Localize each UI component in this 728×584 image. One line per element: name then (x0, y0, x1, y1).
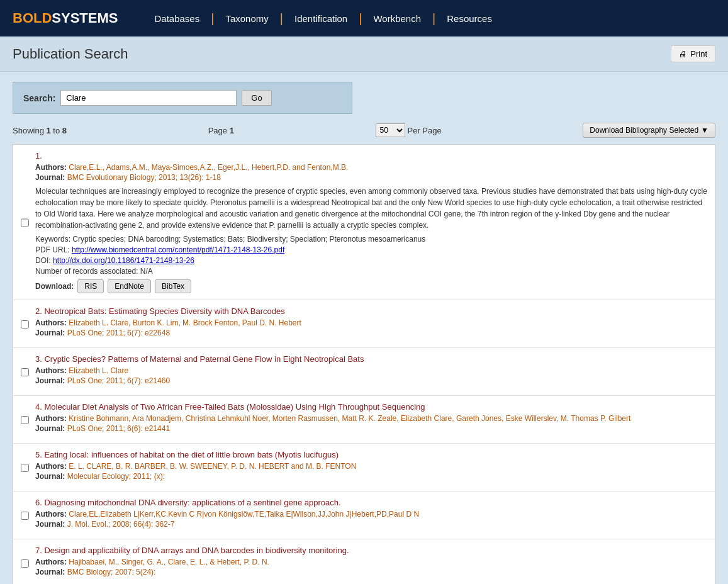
top-navigation: BOLDSYSTEMS Databases | Taxonomy | Ident… (0, 0, 728, 36)
endnote-button-1[interactable]: EndNote (108, 279, 151, 293)
journal-value-1: BMC Evolutionary Biology; 2013; 13(26): … (67, 173, 221, 182)
authors-label-4: Authors: (35, 414, 67, 423)
nav-identification[interactable]: Identification (283, 13, 359, 24)
result-title-1[interactable]: 1. (35, 151, 707, 160)
table-row: 3. Cryptic Species? Patterns of Maternal… (13, 348, 715, 396)
pdf-link-1[interactable]: http://www.biomedcentral.com/content/pdf… (72, 245, 284, 254)
result-body-7: 7. Design and applicability of DNA array… (35, 546, 707, 580)
print-button[interactable]: 🖨 Print (671, 45, 715, 62)
journal-value-4: PLoS One; 2011; 6(6): e21441 (67, 424, 170, 433)
table-row: 2. Neotropical Bats: Estimating Species … (13, 300, 715, 348)
pdf-label-1: PDF URL: (35, 245, 72, 254)
result-journal-4: Journal: PLoS One; 2011; 6(6): e21441 (35, 424, 707, 433)
result-checkbox-2[interactable] (21, 308, 29, 341)
result-checkbox-6[interactable] (21, 499, 29, 532)
result-body-3: 3. Cryptic Species? Patterns of Maternal… (35, 354, 707, 389)
logo[interactable]: BOLDSYSTEMS (13, 10, 118, 26)
logo-bold: BOLD (13, 10, 52, 26)
result-authors-5: Authors: E. L. CLARE, B. R. BARBER, B. W… (35, 462, 707, 471)
result-journal-2: Journal: PLoS One; 2011; 6(7): e22648 (35, 328, 707, 337)
result-pdf-1: PDF URL: http://www.biomedcentral.com/co… (35, 245, 707, 254)
authors-value-3: Elizabeth L. Clare (69, 366, 128, 375)
authors-value-5: E. L. CLARE, B. R. BARBER, B. W. SWEENEY… (69, 462, 356, 471)
authors-label-2: Authors: (35, 318, 67, 327)
table-row: 7. Design and applicability of DNA array… (13, 539, 715, 584)
result-journal-3: Journal: PLoS One; 2011; 6(7): e21460 (35, 376, 707, 385)
result-checkbox-4[interactable] (21, 403, 29, 437)
result-body-6: 6. Diagnosing mitochondrial DNA diversit… (35, 498, 707, 532)
doi-label-1: DOI: (35, 256, 53, 265)
result-title-3[interactable]: 3. Cryptic Species? Patterns of Maternal… (35, 354, 707, 364)
authors-value-7: Hajibabaei, M., Singer, G. A., Clare, E.… (69, 558, 269, 566)
result-checkbox-7[interactable] (21, 547, 29, 580)
nav-workbench[interactable]: Workbench (362, 13, 432, 24)
logo-systems: SYSTEMS (52, 10, 118, 26)
journal-label-1: Journal: (35, 173, 65, 182)
result-checkbox-3[interactable] (21, 356, 29, 389)
nav-links: Databases | Taxonomy | Identification | … (143, 12, 503, 25)
result-title-2[interactable]: 2. Neotropical Bats: Estimating Species … (35, 306, 707, 316)
download-label-1: Download: (35, 282, 74, 291)
main-content: Search: Go Showing 1 to 8 Page 1 50 25 1… (0, 72, 728, 584)
result-journal-6: Journal: J. Mol. Evol.; 2008; 66(4): 362… (35, 520, 707, 529)
result-body-2: 2. Neotropical Bats: Estimating Species … (35, 306, 707, 341)
result-title-7[interactable]: 7. Design and applicability of DNA array… (35, 546, 707, 555)
journal-label-4: Journal: (35, 424, 65, 433)
journal-label-2: Journal: (35, 328, 65, 337)
bibtex-button-1[interactable]: BibTex (155, 279, 191, 293)
page-title: Publication Search (13, 46, 128, 62)
journal-label-5: Journal: (35, 472, 65, 481)
table-row: 1. Authors: Clare,E.L., Adams,A.M., Maya… (13, 145, 715, 300)
doi-link-1[interactable]: http://dx.doi.org/10.1186/1471-2148-13-2… (53, 256, 194, 265)
table-row: 5. Eating local: influences of habitat o… (13, 444, 715, 491)
authors-label-7: Authors: (35, 558, 67, 566)
nav-taxonomy[interactable]: Taxonomy (214, 13, 279, 24)
per-page-select-top[interactable]: 50 25 100 (376, 123, 405, 137)
authors-value-2: Elizabeth L. Clare, Burton K. Lim, M. Br… (69, 318, 301, 327)
download-bibliography-label: Download Bibliography Selected (590, 126, 698, 135)
result-body-5: 5. Eating local: influences of habitat o… (35, 450, 707, 485)
search-go-button[interactable]: Go (242, 90, 271, 106)
print-icon: 🖨 (679, 49, 687, 59)
result-title-5[interactable]: 5. Eating local: influences of habitat o… (35, 450, 707, 459)
search-label: Search: (23, 93, 55, 103)
journal-label-3: Journal: (35, 376, 65, 385)
result-authors-2: Authors: Elizabeth L. Clare, Burton K. L… (35, 318, 707, 327)
authors-label-5: Authors: (35, 462, 67, 471)
download-bibliography-button[interactable]: Download Bibliography Selected ▼ (583, 123, 715, 138)
authors-label-6: Authors: (35, 510, 67, 519)
download-chevron-icon: ▼ (701, 126, 708, 135)
result-journal-5: Journal: Molecular Ecology; 2011; (x): (35, 472, 707, 481)
result-journal-7: Journal: BMC Biology; 2007; 5(24): (35, 568, 707, 576)
journal-value-3: PLoS One; 2011; 6(7): e21460 (67, 376, 170, 385)
per-page-label-top: Per Page (408, 126, 442, 135)
ris-button-1[interactable]: RIS (77, 279, 104, 293)
result-title-4[interactable]: 4. Molecular Diet Analysis of Two Africa… (35, 402, 707, 412)
page-info: Page 1 (208, 126, 234, 135)
result-body-1: 1. Authors: Clare,E.L., Adams,A.M., Maya… (35, 151, 707, 293)
records-val-1: N/A (140, 267, 153, 276)
journal-value-2: PLoS One; 2011; 6(7): e22648 (67, 328, 170, 337)
journal-label-6: Journal: (35, 520, 65, 529)
results-controls-top: Showing 1 to 8 Page 1 50 25 100 Per Page… (13, 123, 715, 138)
results-list: 1. Authors: Clare,E.L., Adams,A.M., Maya… (13, 144, 715, 584)
download-group-1: Download: RIS EndNote BibTex (35, 279, 707, 293)
search-box: Search: Go (13, 82, 352, 114)
nav-resources[interactable]: Resources (435, 13, 503, 24)
result-authors-6: Authors: Clare,EL,Elizabeth L|Kerr,KC,Ke… (35, 510, 707, 519)
table-row: 6. Diagnosing mitochondrial DNA diversit… (13, 491, 715, 539)
result-authors-1: Authors: Clare,E.L., Adams,A.M., Maya-Si… (35, 163, 707, 172)
authors-value-1: Clare,E.L., Adams,A.M., Maya-Simoes,A.Z.… (69, 163, 348, 172)
journal-value-6: J. Mol. Evol.; 2008; 66(4): 362-7 (67, 520, 175, 529)
result-authors-7: Authors: Hajibabaei, M., Singer, G. A., … (35, 558, 707, 566)
nav-databases[interactable]: Databases (143, 13, 211, 24)
result-checkbox-5[interactable] (21, 451, 29, 485)
result-authors-3: Authors: Elizabeth L. Clare (35, 366, 707, 375)
table-row: 4. Molecular Diet Analysis of Two Africa… (13, 396, 715, 444)
result-title-6[interactable]: 6. Diagnosing mitochondrial DNA diversit… (35, 498, 707, 507)
result-checkbox-1[interactable] (21, 152, 29, 293)
page-header: Publication Search 🖨 Print (0, 36, 728, 72)
print-label: Print (690, 49, 707, 59)
search-input[interactable] (60, 90, 237, 106)
authors-label-3: Authors: (35, 366, 67, 375)
